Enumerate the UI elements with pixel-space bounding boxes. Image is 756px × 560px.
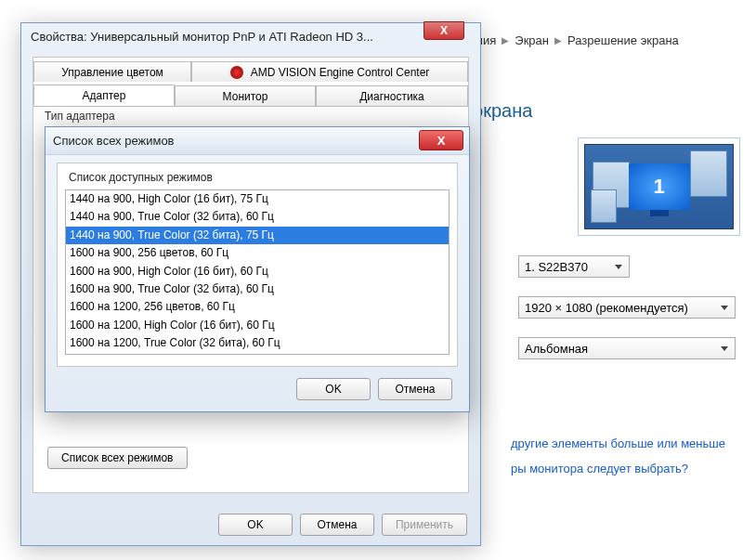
modes-label: Список доступных режимов xyxy=(69,171,450,184)
monitor-preview[interactable]: 1 xyxy=(578,137,740,236)
mode-item[interactable]: 1600 на 900, 256 цветов, 60 Гц xyxy=(66,244,449,262)
page-title: экрана xyxy=(474,100,532,122)
button-label: Применить xyxy=(396,518,453,531)
tab-set: Управление цветом AMD VISION Engine Cont… xyxy=(33,58,468,107)
ok-button[interactable]: OK xyxy=(296,378,371,400)
mode-item[interactable]: 1440 на 900, True Color (32 бита), 75 Гц xyxy=(66,227,449,244)
monitor-preview-inner: 1 xyxy=(584,144,734,229)
tab-label: Диагностика xyxy=(359,90,424,103)
cancel-button[interactable]: Отмена xyxy=(300,514,374,536)
monitor-thumb-icon xyxy=(690,150,727,197)
modes-body: Список доступных режимов 1440 на 900, Hi… xyxy=(57,163,458,367)
resolution-select-value: 1920 × 1080 (рекомендуется) xyxy=(525,301,688,315)
button-label: Список всех режимов xyxy=(61,451,174,464)
button-label: Отмена xyxy=(395,383,435,396)
button-label: OK xyxy=(247,518,263,531)
help-links: другие элементы больше или меньше ры мон… xyxy=(511,436,725,475)
tab-adapter[interactable]: Адаптер xyxy=(33,85,175,106)
resolution-select[interactable]: 1920 × 1080 (рекомендуется) xyxy=(518,296,736,319)
cancel-button[interactable]: Отмена xyxy=(378,378,452,400)
dialog-buttons: OK Отмена Применить xyxy=(21,514,467,536)
button-label: OK xyxy=(325,383,341,396)
orientation-select[interactable]: Альбомная xyxy=(518,337,736,359)
modes-title: Список всех режимов xyxy=(53,134,175,148)
tab-label: AMD VISION Engine Control Center xyxy=(251,66,430,79)
tab-diagnostics[interactable]: Диагностика xyxy=(316,85,468,106)
mode-item[interactable]: 1440 на 900, True Color (32 бита), 60 Гц xyxy=(66,208,449,226)
mode-item[interactable]: 1600 на 1200, High Color (16 бит), 60 Гц xyxy=(66,317,449,334)
modes-listbox[interactable]: 1440 на 900, High Color (16 бит), 75 Гц1… xyxy=(65,189,450,355)
breadcrumb-part[interactable]: Разрешение экрана xyxy=(567,33,679,47)
display-select[interactable]: 1. S22B370 xyxy=(518,255,630,278)
tab-monitor[interactable]: Монитор xyxy=(175,85,316,106)
mode-item[interactable]: 1600 на 1200, True Color (32 бита), 60 Г… xyxy=(66,334,449,352)
chevron-right-icon: ▶ xyxy=(554,35,562,46)
chevron-right-icon: ▶ xyxy=(502,35,509,46)
display-select-value: 1. S22B370 xyxy=(525,260,588,274)
mode-item[interactable]: 1600 на 1200, 256 цветов, 60 Гц xyxy=(66,298,449,316)
close-button[interactable]: X xyxy=(419,130,463,150)
link-which-monitor[interactable]: ры монитора следует выбрать? xyxy=(511,462,725,475)
list-all-modes-button[interactable]: Список всех режимов xyxy=(47,447,188,469)
breadcrumb-part[interactable]: Экран xyxy=(515,33,549,47)
adapter-type-label: Тип адаптера xyxy=(45,110,461,123)
close-icon: X xyxy=(437,134,446,148)
modes-titlebar[interactable]: Список всех режимов X xyxy=(46,127,469,155)
button-label: Отмена xyxy=(317,518,357,531)
tab-amd-vision[interactable]: AMD VISION Engine Control Center xyxy=(191,61,468,82)
breadcrumb: ления ▶ Экран ▶ Разрешение экрана xyxy=(463,33,679,47)
mode-item[interactable]: 1440 на 900, High Color (16 бит), 75 Гц xyxy=(66,190,449,208)
close-button[interactable]: X xyxy=(424,21,464,40)
properties-title: Свойства: Универсальный монитор PnP и AT… xyxy=(21,23,480,49)
mode-item[interactable]: 1680 на 1050, 256 цветов, 59 Гц xyxy=(66,353,449,355)
mode-item[interactable]: 1600 на 900, High Color (16 бит), 60 Гц xyxy=(66,263,449,280)
mode-item[interactable]: 1600 на 900, True Color (32 бита), 60 Гц xyxy=(66,280,449,298)
monitor-thumb-icon xyxy=(591,189,617,223)
orientation-select-value: Альбомная xyxy=(525,342,588,356)
tab-label: Адаптер xyxy=(83,89,126,102)
link-size-items[interactable]: другие элементы больше или меньше xyxy=(511,436,725,450)
amd-icon xyxy=(230,66,243,79)
monitor-number-badge[interactable]: 1 xyxy=(629,163,690,210)
apply-button[interactable]: Применить xyxy=(382,514,467,536)
settings-dropdowns: 1. S22B370 1920 × 1080 (рекомендуется) А… xyxy=(518,255,736,359)
tab-label: Управление цветом xyxy=(61,66,163,79)
modes-list-dialog: Список всех режимов X Список доступных р… xyxy=(45,126,470,412)
close-icon: X xyxy=(440,24,448,37)
tab-label: Монитор xyxy=(223,90,268,103)
modes-buttons: OK Отмена xyxy=(296,378,452,400)
tab-color-management[interactable]: Управление цветом xyxy=(33,61,191,82)
ok-button[interactable]: OK xyxy=(218,514,293,536)
